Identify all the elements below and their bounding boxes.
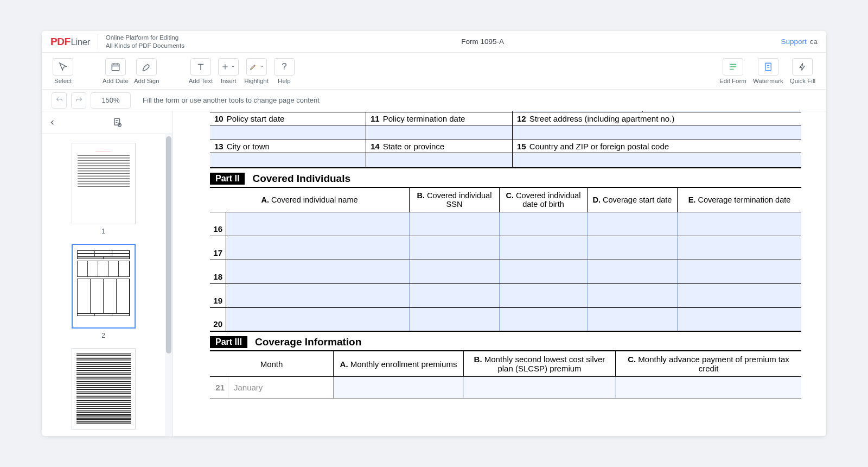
help-button[interactable]: ? Help [273,58,296,84]
input-18-d[interactable] [588,260,678,283]
toolbar: Select Add Date Add Sign Add Text Insert [42,53,826,90]
input-21-a[interactable] [334,377,464,398]
input-20-b[interactable] [410,308,500,331]
part2-row-20: 20 [210,308,801,332]
select-button[interactable]: Select [52,58,74,84]
col-header-p3-a: A. Monthly enrollment premiums [334,351,464,376]
input-16-e[interactable] [678,212,801,236]
part3-row-21: 21 January [210,377,801,399]
form-label-row-13-15: 13City or town 14State or province 15Cou… [210,140,801,153]
hint-text: Fill the form or use another tools to ch… [143,96,320,104]
highlight-button[interactable]: Highlight [243,58,270,84]
add-date-button[interactable]: Add Date [101,58,130,84]
field-label-11: 11Policy termination date [366,112,513,125]
input-21-b[interactable] [464,377,616,398]
input-20-d[interactable] [588,308,678,331]
add-sign-button[interactable]: Add Sign [133,58,161,84]
part3-title: Coverage Information [255,336,361,348]
col-header-c: C. Covered individual date of birth [500,188,588,212]
chevron-down-icon [231,64,235,69]
col-header-p3-b: B. Monthly second lowest cost silver pla… [464,351,616,376]
undo-icon [55,96,63,104]
plus-icon [221,63,229,71]
input-20-a[interactable] [226,308,410,331]
app-window: PDFLiner Online Platform for Editing All… [42,31,826,436]
thumbnail-sidebar: ——————— 1 [42,111,173,436]
input-17-a[interactable] [226,236,410,260]
undo-button[interactable] [52,92,67,109]
quick-fill-button[interactable]: Quick Fill [789,58,816,84]
thumbnail-page-1[interactable]: ——————— [72,143,136,224]
tagline-line2: All Kinds of PDF Documents [106,42,184,50]
input-19-a[interactable] [226,284,410,307]
input-state[interactable] [366,153,513,167]
input-19-b[interactable] [410,284,500,307]
input-21-c[interactable] [616,377,801,398]
input-16-a[interactable] [226,212,410,236]
insert-button[interactable]: Insert [217,58,240,84]
edit-form-button[interactable]: Edit Form [718,58,748,84]
svg-rect-0 [112,64,119,70]
thumbnail-page-2[interactable] [72,244,136,329]
header-divider [98,34,98,49]
input-18-b[interactable] [410,260,500,283]
input-street-address[interactable] [513,125,801,140]
input-16-d[interactable] [588,212,678,236]
input-16-c[interactable] [500,212,588,236]
pen-icon [142,62,151,72]
input-17-b[interactable] [410,236,500,260]
field-label-12: 12Street address (including apartment no… [513,112,801,125]
sidebar-top [42,111,173,134]
input-19-c[interactable] [500,284,588,307]
app-header: PDFLiner Online Platform for Editing All… [42,31,826,53]
input-17-e[interactable] [678,236,801,260]
col-header-d: D. Coverage start date [588,188,678,212]
chevron-down-icon [259,64,264,69]
input-17-c[interactable] [500,236,588,260]
form-input-row-13-15 [210,153,801,168]
form-input[interactable] [513,111,643,112]
zoom-level[interactable]: 150% [91,92,131,109]
sidebar-back-button[interactable] [42,118,62,127]
field-label-13: 13City or town [210,140,366,153]
input-16-b[interactable] [410,212,500,236]
input-20-c[interactable] [500,308,588,331]
input-policy-termination-date[interactable] [366,125,513,140]
tagline: Online Platform for Editing All Kinds of… [106,34,184,50]
input-18-e[interactable] [678,260,801,283]
input-18-a[interactable] [226,260,410,283]
form-icon [728,62,738,72]
col-header-p3-c: C. Monthly advance payment of premium ta… [616,351,801,376]
input-policy-start-date[interactable] [210,125,366,140]
support-link[interactable]: Support [781,37,806,46]
watermark-icon [763,62,773,72]
input-19-d[interactable] [588,284,678,307]
part2-row-19: 19 [210,284,801,308]
thumbnail-scrollbar[interactable] [165,134,173,436]
document-canvas[interactable]: 10Policy start date 11Policy termination… [173,111,826,436]
cursor-icon [58,62,68,72]
input-20-e[interactable] [678,308,801,331]
scrollbar-thumb[interactable] [166,136,171,354]
part2-row-16: 16 [210,212,801,236]
part2-header: Part II Covered Individuals [210,168,801,188]
watermark-button[interactable]: Watermark [752,58,784,84]
logo-suffix: Liner [71,37,90,47]
logo-prefix: PDF [50,36,71,47]
input-city[interactable] [210,153,366,167]
input-country-zip[interactable] [513,153,801,167]
col-header-e: E. Coverage termination date [678,188,801,212]
form-label-row-10-12: 10Policy start date 11Policy termination… [210,112,801,125]
content-area: ——————— 1 [42,111,826,436]
input-19-e[interactable] [678,284,801,307]
input-18-c[interactable] [500,260,588,283]
form-input[interactable] [643,111,801,112]
part3-column-headers: Month A. Monthly enrollment premiums B. … [210,351,801,377]
add-text-button[interactable]: Add Text [188,58,214,84]
redo-button[interactable] [71,92,86,109]
input-17-d[interactable] [588,236,678,260]
logo: PDFLiner [50,36,90,48]
thumbnail-page-3[interactable] [72,348,136,430]
thumbnail-list: ——————— 1 [42,134,165,436]
sidebar-settings-button[interactable] [62,117,173,128]
